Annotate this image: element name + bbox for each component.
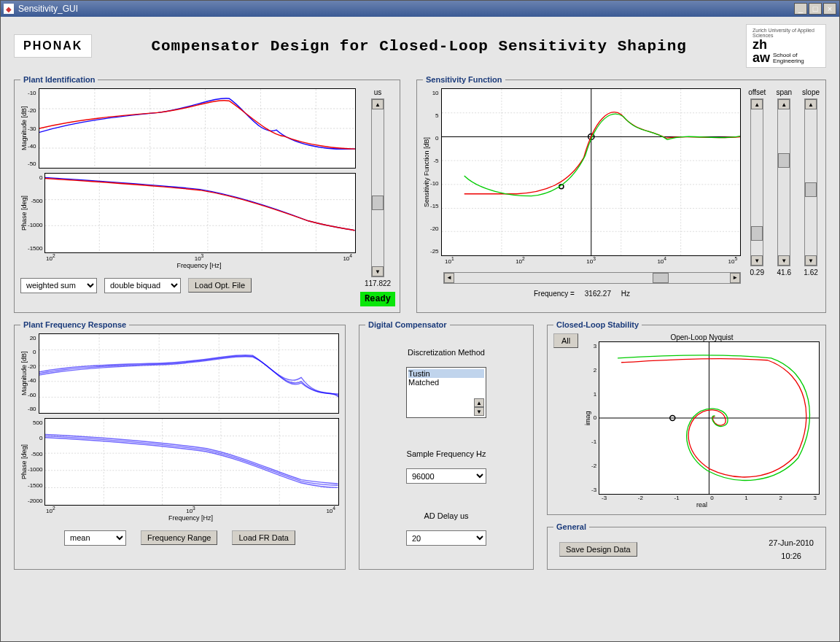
discret-label: Discretization Method bbox=[408, 348, 485, 357]
chevron-down-icon[interactable]: ▼ bbox=[805, 255, 817, 266]
span-val: 41.6 bbox=[777, 268, 791, 276]
plantid-mag-axes bbox=[39, 88, 356, 169]
sens-freq-val: 3162.27 bbox=[585, 290, 611, 298]
slider-frequency[interactable]: ◄ ► bbox=[443, 272, 741, 284]
chevron-down-icon[interactable]: ▼ bbox=[751, 255, 763, 266]
titlebar: ◆ Sensitivity_GUI _ □ × bbox=[1, 1, 839, 17]
panel-sensitivity-function: Sensitivity Function Sensitivity Functio… bbox=[416, 75, 826, 313]
slider-offset[interactable]: ▲ ▼ bbox=[750, 98, 763, 266]
chevron-down-icon[interactable]: ▼ bbox=[778, 255, 790, 266]
close-button[interactable]: × bbox=[823, 3, 836, 15]
ad-label: AD Delay us bbox=[424, 511, 468, 520]
span-label: span bbox=[776, 88, 792, 96]
slope-val: 1.62 bbox=[804, 268, 817, 276]
sens-freq-unit: Hz bbox=[621, 290, 630, 298]
us-label: us bbox=[374, 88, 382, 96]
panel-plant-freq-response: Plant Frequency Response Magnitude [dB] … bbox=[14, 320, 346, 570]
list-item[interactable]: Tustin bbox=[408, 369, 484, 378]
us-value: 117.822 bbox=[365, 279, 391, 287]
app-icon: ◆ bbox=[4, 4, 14, 14]
nyquist-xlabel: real bbox=[584, 501, 820, 508]
slider-us[interactable]: ▲ ▼ bbox=[371, 98, 384, 277]
logo-phonak: PHONAK bbox=[14, 34, 92, 58]
panel-closed-loop-stability: Closed-Loop Stability All Open-Loop Nyqu… bbox=[547, 320, 826, 515]
panel-plant-identification: Plant Identification Magnitude [dB] -10-… bbox=[14, 75, 400, 313]
select-pfr-mode[interactable]: mean bbox=[64, 530, 126, 546]
legend-stability: Closed-Loop Stability bbox=[553, 320, 642, 329]
plantid-phase-ylabel: Phase [deg] bbox=[20, 173, 28, 253]
plantid-phase-axes bbox=[44, 173, 356, 253]
plantid-xlabel: Frequency [Hz] bbox=[176, 262, 221, 269]
slider-slope[interactable]: ▲ ▼ bbox=[804, 98, 817, 266]
chevron-up-icon[interactable]: ▲ bbox=[805, 99, 817, 109]
minimize-button[interactable]: _ bbox=[794, 3, 807, 15]
plantid-mag-ylabel: Magnitude [dB] bbox=[20, 88, 28, 169]
select-structure[interactable]: double biquad bbox=[104, 278, 181, 293]
general-time: 10:26 bbox=[769, 552, 814, 560]
legend-pfr: Plant Frequency Response bbox=[20, 320, 129, 329]
slope-label: slope bbox=[802, 88, 820, 96]
app-window: ◆ Sensitivity_GUI _ □ × PHONAK Compensat… bbox=[0, 0, 840, 642]
panel-general: General Save Design Data 27-Jun-2010 10:… bbox=[547, 522, 826, 570]
btn-frequency-range[interactable]: Frequency Range bbox=[141, 530, 217, 545]
pfr-phase-ylabel: Phase [deg] bbox=[20, 418, 28, 506]
chevron-up-icon[interactable]: ▲ bbox=[372, 99, 384, 109]
chevron-up-icon[interactable]: ▲ bbox=[778, 99, 790, 109]
legend-sens: Sensitivity Function bbox=[423, 75, 505, 84]
pfr-phase-axes bbox=[44, 418, 339, 506]
listbox-discretization[interactable]: Tustin Matched ▲ ▼ bbox=[406, 367, 486, 418]
logo-zhaw: Zurich University of Applied Sciences zh… bbox=[746, 24, 826, 68]
pfr-mag-ylabel: Magnitude [dB] bbox=[20, 333, 28, 414]
select-sample-frequency[interactable]: 96000 bbox=[406, 468, 486, 484]
window-title: Sensitivity_GUI bbox=[18, 4, 78, 14]
chevron-up-icon[interactable]: ▲ bbox=[474, 398, 484, 407]
fs-label: Sample Frequency Hz bbox=[407, 449, 486, 458]
offset-val: 0.29 bbox=[750, 268, 764, 276]
select-ad-delay[interactable]: 20 bbox=[406, 530, 486, 546]
btn-save-design-data[interactable]: Save Design Data bbox=[559, 542, 637, 557]
sens-freq-label: Frequency = bbox=[534, 290, 575, 298]
chevron-down-icon[interactable]: ▼ bbox=[474, 407, 484, 416]
sens-axes bbox=[441, 88, 742, 256]
panel-digital-compensator: Digital Compensator Discretization Metho… bbox=[359, 320, 534, 570]
legend-plant-id: Plant Identification bbox=[20, 75, 98, 84]
nyquist-title: Open-Loop Nyquist bbox=[584, 333, 820, 341]
offset-label: offset bbox=[748, 88, 766, 96]
page-title: Compensator Design for Closed-Loop Sensi… bbox=[151, 38, 687, 55]
general-date: 27-Jun-2010 bbox=[769, 538, 814, 547]
btn-all[interactable]: All bbox=[553, 333, 578, 348]
nyquist-axes bbox=[599, 341, 820, 495]
legend-general: General bbox=[553, 522, 589, 531]
maximize-button[interactable]: □ bbox=[809, 3, 822, 15]
pfr-mag-axes bbox=[39, 333, 339, 414]
btn-load-opt-file[interactable]: Load Opt. File bbox=[188, 278, 252, 293]
pfr-xlabel: Frequency [Hz] bbox=[168, 514, 213, 522]
status-ready: Ready bbox=[360, 292, 395, 306]
btn-load-fr-data[interactable]: Load FR Data bbox=[232, 530, 295, 545]
nyquist-ylabel: imag bbox=[584, 341, 591, 495]
sens-ylabel: Sensitivity Function [dB] bbox=[423, 88, 430, 256]
chevron-left-icon[interactable]: ◄ bbox=[444, 273, 454, 283]
select-weighting[interactable]: weighted sum bbox=[20, 278, 97, 293]
chevron-down-icon[interactable]: ▼ bbox=[372, 266, 384, 276]
chevron-up-icon[interactable]: ▲ bbox=[751, 99, 763, 109]
list-item[interactable]: Matched bbox=[408, 378, 484, 387]
slider-span[interactable]: ▲ ▼ bbox=[777, 98, 790, 266]
chevron-right-icon[interactable]: ► bbox=[730, 273, 740, 283]
legend-digcomp: Digital Compensator bbox=[365, 320, 450, 329]
